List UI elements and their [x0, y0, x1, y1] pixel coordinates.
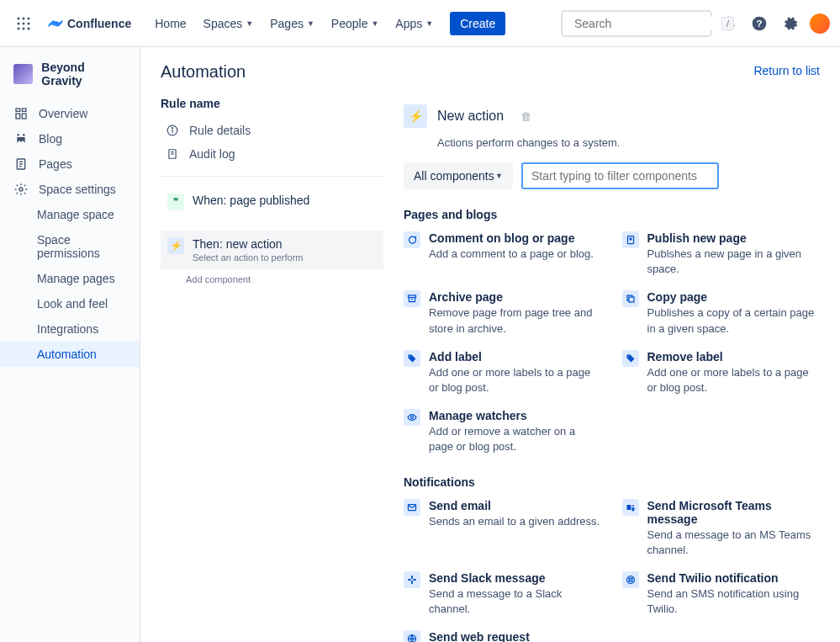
action-card[interactable]: Manage watchersAdd or remove a watcher o… — [404, 409, 602, 454]
pages-icon — [13, 157, 29, 171]
step-then[interactable]: ⚡ Then: new action Select an action to p… — [161, 231, 383, 269]
action-grid: Comment on blog or pageAdd a comment to … — [404, 231, 820, 455]
settings-icon[interactable] — [776, 10, 803, 37]
step-subtitle: Select an action to perform — [193, 252, 303, 263]
sidebar-item-label: Manage pages — [37, 272, 115, 285]
action-card[interactable]: Send Slack messageSend a message to a Sl… — [404, 571, 602, 617]
action-title: Send email — [429, 499, 600, 512]
action-card[interactable]: Add labelAdd one or more labels to a pag… — [404, 350, 602, 395]
nav-apps[interactable]: Apps▼ — [388, 12, 440, 35]
action-description: Send a message to a Slack channel. — [429, 586, 602, 617]
sidebar-sub-look-and-feel[interactable]: Look and feel — [0, 291, 140, 316]
action-sections: Pages and blogsComment on blog or pageAd… — [404, 208, 820, 642]
action-card[interactable]: Remove labelAdd one or more labels to a … — [622, 350, 821, 395]
svg-point-21 — [19, 188, 23, 191]
audit-log-link[interactable]: Audit log — [161, 142, 383, 166]
rule-steps: ❞ When: page published ⚡ Then: new actio… — [161, 187, 383, 289]
action-card[interactable]: Publish new pagePublshes a new page in a… — [622, 231, 821, 277]
gear-icon — [13, 183, 29, 196]
blog-icon — [13, 132, 29, 146]
mail-icon — [404, 499, 420, 516]
sidebar-sub-space-permissions[interactable]: Space permissions — [0, 227, 140, 266]
tag-icon — [404, 350, 420, 367]
sidebar-item-overview[interactable]: Overview — [0, 101, 140, 126]
action-title: Send Twilio notification — [647, 571, 821, 585]
slack-icon — [404, 571, 420, 588]
confluence-logo[interactable]: Confluence — [40, 15, 138, 32]
svg-rect-30 — [629, 297, 634, 302]
filter-controls: All components ▼ — [404, 162, 820, 189]
tag-icon — [622, 350, 639, 367]
nav-label: Home — [155, 17, 186, 30]
svg-point-6 — [18, 27, 20, 29]
return-to-list-link[interactable]: Return to list — [753, 64, 820, 77]
action-card[interactable]: Archive pageRemove page from page tree a… — [404, 290, 602, 336]
sidebar-item-label: Blog — [39, 132, 62, 146]
bolt-icon: ⚡ — [167, 237, 184, 254]
svg-rect-13 — [16, 109, 20, 111]
action-panel-column: Return to list ⚡ New action 🗑 Actions pe… — [404, 62, 820, 622]
rule-builder-column: Automation Rule name Rule details Audit … — [161, 62, 383, 622]
component-filter-dropdown[interactable]: All components ▼ — [404, 162, 513, 189]
sidebar-item-pages[interactable]: Pages — [0, 151, 140, 177]
nav-spaces[interactable]: Spaces▼ — [197, 12, 261, 35]
step-when[interactable]: ❞ When: page published — [161, 187, 383, 217]
help-icon[interactable]: ? — [746, 10, 773, 37]
component-filter-input[interactable] — [521, 162, 719, 189]
page-title: Automation — [161, 62, 383, 82]
chevron-down-icon: ▼ — [307, 19, 314, 28]
app-switcher-icon[interactable] — [10, 10, 37, 37]
space-name: Beyond Gravity — [41, 61, 126, 88]
action-card[interactable]: Send web requestSend request to a given … — [404, 630, 602, 642]
sidebar-item-label: Space permissions — [37, 233, 126, 260]
nav-pages[interactable]: Pages▼ — [263, 12, 321, 35]
step-title: When: page published — [193, 194, 309, 207]
delete-icon[interactable]: 🗑 — [520, 110, 531, 123]
action-card[interactable]: Copy pagePublishes a copy of a certain p… — [622, 290, 821, 336]
svg-point-2 — [28, 17, 30, 19]
action-description: Add a comment to a page or blog. — [429, 247, 594, 262]
create-button[interactable]: Create — [450, 12, 505, 35]
panel-header: ⚡ New action 🗑 — [404, 104, 820, 128]
action-card[interactable]: Comment on blog or pageAdd a comment to … — [404, 231, 602, 277]
action-title: Add label — [429, 350, 602, 363]
search-input[interactable] — [569, 17, 721, 30]
sidebar-item-blog[interactable]: Blog — [0, 126, 140, 151]
action-title: Archive page — [429, 290, 602, 304]
nav-people[interactable]: People▼ — [325, 12, 386, 35]
space-header[interactable]: Beyond Gravity — [0, 54, 140, 94]
svg-point-7 — [23, 27, 25, 29]
action-title: Send Slack message — [429, 571, 602, 585]
svg-rect-36 — [411, 581, 413, 584]
bolt-icon: ⚡ — [404, 104, 427, 128]
action-description: Add one or more labels to a page or blog… — [429, 365, 602, 395]
sidebar-item-label: Space settings — [39, 183, 116, 196]
sidebar-sub-manage-space[interactable]: Manage space — [0, 202, 140, 227]
nav-home[interactable]: Home — [148, 12, 193, 35]
rule-details-link[interactable]: Rule details — [161, 119, 383, 142]
sidebar-sub-integrations[interactable]: Integrations — [0, 316, 140, 342]
panel-description: Actions perform changes to a system. — [437, 136, 820, 149]
action-title: Manage watchers — [429, 409, 602, 422]
svg-point-3 — [18, 22, 20, 24]
svg-point-42 — [628, 581, 630, 582]
sidebar-item-label: Automation — [37, 348, 97, 361]
svg-rect-37 — [408, 579, 411, 581]
user-avatar[interactable] — [810, 13, 830, 34]
section-title: Pages and blogs — [404, 208, 820, 221]
action-card[interactable]: Send Microsoft Teams messageSend a messa… — [622, 499, 821, 558]
search-input-wrapper[interactable]: / — [561, 10, 712, 37]
overview-icon — [13, 107, 29, 120]
sidebar-sub-manage-pages[interactable]: Manage pages — [0, 266, 140, 291]
svg-rect-33 — [626, 505, 631, 510]
teams-icon — [622, 499, 639, 516]
action-card[interactable]: Send emailSends an email to a given addr… — [404, 499, 602, 558]
svg-point-4 — [23, 22, 25, 24]
meta-label: Audit log — [189, 147, 235, 161]
rule-name-heading: Rule name — [161, 97, 383, 110]
action-card[interactable]: Send Twilio notificationSend an SMS noti… — [622, 571, 821, 617]
action-title: Copy page — [647, 290, 821, 304]
sidebar-item-space-settings[interactable]: Space settings — [0, 177, 140, 202]
sidebar-sub-automation[interactable]: Automation — [0, 342, 140, 367]
add-component-link[interactable]: Add component — [186, 269, 383, 289]
